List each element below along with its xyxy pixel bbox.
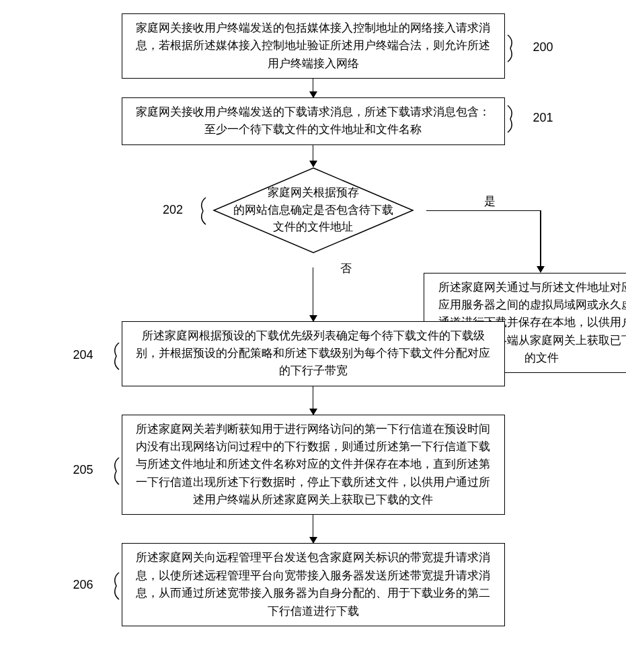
arrow-down-icon	[313, 145, 314, 167]
no-label: 否	[340, 261, 352, 276]
step-205-block: 所述家庭网关若判断获知用于进行网络访问的第一下行信道在预设时间内没有出现网络访问…	[122, 415, 505, 515]
brace-icon	[506, 104, 525, 134]
arrow-down-icon	[313, 79, 314, 97]
brace-icon	[102, 341, 120, 371]
brace-icon	[188, 196, 207, 226]
arrow-down-icon	[313, 515, 314, 543]
brace-icon	[102, 571, 120, 601]
decision-line: 的网站信息确定是否包含待下载	[233, 202, 393, 219]
flowchart: 家庭网关接收用户终端发送的包括媒体接入控制地址的网络接入请求消息，若根据所述媒体…	[13, 13, 613, 626]
step-201-box: 家庭网关接收用户终端发送的下载请求消息，所述下载请求消息包含：至少一个待下载文件…	[122, 97, 505, 145]
arrowhead-icon	[537, 266, 545, 273]
arrow-down-icon	[313, 386, 314, 415]
step-205-label: 205	[73, 463, 93, 477]
step-204-label: 204	[73, 348, 93, 362]
step-200-box: 家庭网关接收用户终端发送的包括媒体接入控制地址的网络接入请求消息，若根据所述媒体…	[122, 13, 505, 79]
step-201-text: 家庭网关接收用户终端发送的下载请求消息，所述下载请求消息包含：至少一个待下载文件…	[136, 106, 490, 136]
step-204-box: 所述家庭网根据预设的下载优先级列表确定每个待下载文件的下载级别，并根据预设的分配…	[122, 321, 505, 386]
brace-icon	[102, 456, 120, 486]
step-202-diamond: 家庭网关根据预存 的网站信息确定是否包含待下载 文件的文件地址	[212, 167, 414, 254]
decision-row: 家庭网关根据预存 的网站信息确定是否包含待下载 文件的文件地址 202 是 否	[13, 167, 613, 267]
step-206-text: 所述家庭网关向远程管理平台发送包含家庭网关标识的带宽提升请求消息，以使所述远程管…	[136, 551, 490, 617]
step-201-block: 家庭网关接收用户终端发送的下载请求消息，所述下载请求消息包含：至少一个待下载文件…	[122, 97, 505, 145]
step-206-box: 所述家庭网关向远程管理平台发送包含家庭网关标识的带宽提升请求消息，以使所述远程管…	[122, 543, 505, 626]
step-206-label: 206	[73, 578, 93, 592]
step-204-block: 所述家庭网根据预设的下载优先级列表确定每个待下载文件的下载级别，并根据预设的分配…	[122, 321, 505, 386]
step-202-text: 家庭网关根据预存 的网站信息确定是否包含待下载 文件的文件地址	[212, 167, 414, 254]
step-204-text: 所述家庭网根据预设的下载优先级列表确定每个待下载文件的下载级别，并根据预设的分配…	[136, 329, 490, 378]
yes-label: 是	[484, 194, 496, 209]
step-206-block: 所述家庭网关向远程管理平台发送包含家庭网关标识的带宽提升请求消息，以使所述远程管…	[122, 543, 505, 626]
step-205-text: 所述家庭网关若判断获知用于进行网络访问的第一下行信道在预设时间内没有出现网络访问…	[136, 423, 490, 506]
decision-line: 家庭网关根据预存	[268, 184, 359, 202]
yes-branch-vline	[540, 210, 541, 267]
step-200-text: 家庭网关接收用户终端发送的包括媒体接入控制地址的网络接入请求消息，若根据所述媒体…	[136, 22, 490, 70]
step-205-box: 所述家庭网关若判断获知用于进行网络访问的第一下行信道在预设时间内没有出现网络访问…	[122, 415, 505, 515]
step-202-label: 202	[163, 203, 183, 217]
arrow-down-icon	[313, 267, 314, 321]
step-200-block: 家庭网关接收用户终端发送的包括媒体接入控制地址的网络接入请求消息，若根据所述媒体…	[122, 13, 505, 79]
brace-icon	[506, 34, 525, 63]
yes-branch-hline	[426, 210, 541, 212]
step-200-label: 200	[533, 40, 553, 54]
step-201-label: 201	[533, 111, 553, 125]
decision-line: 文件的文件地址	[273, 218, 353, 236]
